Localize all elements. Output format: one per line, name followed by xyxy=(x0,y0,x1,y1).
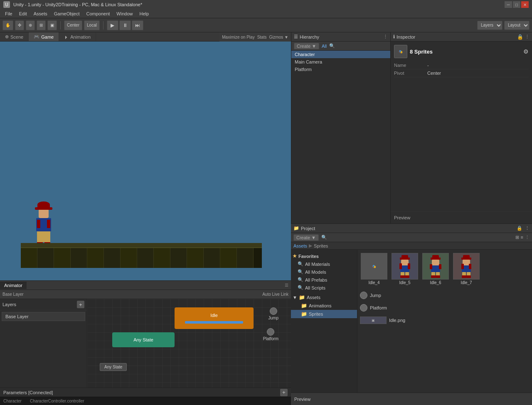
svg-rect-3 xyxy=(400,258,410,260)
hierarchy-title: Hierarchy xyxy=(300,34,319,39)
project-view-icon-2[interactable]: ≡ xyxy=(521,235,523,240)
sidebar-all-prefabs[interactable]: 🔍 All Prefabs xyxy=(291,276,357,284)
breadcrumb-assets[interactable]: Assets xyxy=(293,243,307,248)
hierarchy-panel-menu[interactable]: ⋮ xyxy=(383,34,388,39)
breadcrumb-sprites[interactable]: Sprites xyxy=(314,243,328,248)
main-content: ⊕ Scene 🎮 Game ⏵ Animation Maximize on P… xyxy=(0,32,532,405)
rotate-tool-button[interactable]: ⊕ xyxy=(26,20,35,30)
animator-toolbar: Base Layer Auto Live Link xyxy=(0,290,291,299)
sidebar-sprites[interactable]: 📁 Sprites xyxy=(291,310,357,318)
idle-progress-bar xyxy=(185,321,243,324)
svg-rect-30 xyxy=(462,275,466,278)
animator-auto-live-link[interactable]: Auto Live Link xyxy=(262,292,288,297)
svg-rect-20 xyxy=(431,275,436,278)
project-view-icon-1[interactable]: ⊞ xyxy=(515,235,519,240)
hierarchy-search-icon[interactable]: 🔍 xyxy=(329,43,335,49)
pause-button[interactable]: ⏸ xyxy=(119,20,131,30)
menu-window[interactable]: Window xyxy=(113,10,136,17)
tab-game[interactable]: 🎮 Game xyxy=(29,32,59,41)
pivot-button[interactable]: Center xyxy=(64,20,82,30)
layers-dropdown[interactable]: Layers xyxy=(477,21,502,30)
minimize-button[interactable]: ─ xyxy=(505,1,512,8)
sidebar-all-materials[interactable]: 🔍 All Materials xyxy=(291,260,357,268)
close-button[interactable]: ✕ xyxy=(521,1,529,8)
status-right: CharacterController.controller xyxy=(30,399,84,403)
menu-assets[interactable]: Assets xyxy=(30,10,51,17)
platform-label: Platform xyxy=(263,336,278,341)
project-search-icon[interactable]: 🔍 xyxy=(321,235,327,240)
sidebar-animations[interactable]: 📁 Animations xyxy=(291,302,357,310)
hierarchy-all[interactable]: All xyxy=(322,44,327,49)
sprite-idle-6[interactable]: Idle_6 xyxy=(421,251,451,287)
platform-file-item[interactable]: Platform xyxy=(359,302,530,313)
project-menu-icon[interactable]: ⋮ xyxy=(525,226,530,231)
sprite-idle-4-placeholder: 🎭 xyxy=(372,265,376,268)
sidebar-all-models[interactable]: 🔍 All Models xyxy=(291,268,357,276)
tab-animation[interactable]: ⏵ Animation xyxy=(59,32,96,41)
maximize-on-play[interactable]: Maximize on Play xyxy=(222,35,254,39)
tab-scene[interactable]: ⊕ Scene xyxy=(0,32,29,41)
jump-file-item[interactable]: Jump xyxy=(359,290,530,301)
menu-component[interactable]: Component xyxy=(83,10,113,17)
animator-graph[interactable]: Any State Idle Jump Platfo xyxy=(87,299,291,388)
sprite-idle-5[interactable]: Idle_5 xyxy=(390,251,420,287)
sidebar-all-scripts[interactable]: 🔍 All Scripts xyxy=(291,284,357,292)
title-controls[interactable]: ─ □ ✕ xyxy=(505,1,529,8)
unity-icon: U xyxy=(3,1,10,8)
hierarchy-item-platform[interactable]: Platform xyxy=(291,66,390,73)
params-add-button[interactable]: + xyxy=(280,389,288,396)
scale-tool-button[interactable]: ⊞ xyxy=(37,20,46,30)
hierarchy-create[interactable]: Create ▼ xyxy=(294,43,319,49)
menu-file[interactable]: File xyxy=(2,10,16,17)
inspector-gear-icon[interactable]: ⚙ xyxy=(523,48,529,55)
hierarchy-item-character[interactable]: Character xyxy=(291,51,390,58)
svg-rect-7 xyxy=(408,263,410,269)
inspector-menu[interactable]: ⋮ xyxy=(525,34,530,39)
gizmos-dropdown[interactable]: Gizmos ▼ xyxy=(269,35,288,39)
char-head xyxy=(39,209,49,218)
stats-button[interactable]: Stats xyxy=(257,35,267,39)
play-button[interactable]: ▶ xyxy=(107,20,118,30)
project-sidebar: ★ Favorites 🔍 All Materials 🔍 All Models xyxy=(291,250,357,393)
project-files: 🎭 Idle_4 xyxy=(357,250,532,393)
inspector-title-row: 🎭 8 Sprites ⚙ xyxy=(394,45,529,58)
idle-png-item[interactable]: ▣ Idle.png xyxy=(359,315,530,326)
layers-add-button[interactable]: + xyxy=(77,301,84,308)
menu-gameobject[interactable]: GameObject xyxy=(51,10,83,17)
favorites-section: ★ Favorites 🔍 All Materials 🔍 All Models xyxy=(291,251,357,292)
play-controls: ▶ ⏸ ⏭ xyxy=(107,20,143,30)
space-button[interactable]: Local xyxy=(84,20,100,30)
step-button[interactable]: ⏭ xyxy=(132,20,143,30)
sprite-idle-7[interactable]: Idle_7 xyxy=(451,251,481,287)
project-lock-icon[interactable]: 🔒 xyxy=(517,226,522,231)
any-state-node[interactable]: Any State xyxy=(112,332,175,347)
maximize-button[interactable]: □ xyxy=(513,1,520,8)
animator-panel-menu[interactable]: ☰ xyxy=(282,282,291,289)
menu-help[interactable]: Help xyxy=(136,10,152,17)
name-value: - xyxy=(427,63,429,68)
project-create-btn[interactable]: Create ▼ xyxy=(293,234,319,241)
move-tool-button[interactable]: ✜ xyxy=(15,20,24,30)
project-view-icon-3[interactable]: ⋮ xyxy=(525,235,530,240)
idle-state-node[interactable]: Idle xyxy=(175,307,254,329)
rect-tool-button[interactable]: ▣ xyxy=(47,20,57,30)
base-layer-item[interactable]: Base Layer xyxy=(2,312,85,321)
inspector-pivot-row: Pivot Center xyxy=(394,69,529,77)
status-left: Character xyxy=(3,399,22,403)
animator-tab[interactable]: Animator xyxy=(0,282,27,289)
sprite-thumb-idle-4: 🎭 xyxy=(361,253,387,280)
sprite-thumb-idle-7 xyxy=(453,253,480,280)
hierarchy-icon: ☰ xyxy=(294,34,298,39)
hand-tool-button[interactable]: ✋ xyxy=(2,20,13,30)
hierarchy-item-maincamera[interactable]: Main Camera xyxy=(291,58,390,66)
sprite-idle-4[interactable]: 🎭 Idle_4 xyxy=(359,251,389,287)
favorites-header[interactable]: ★ Favorites xyxy=(291,252,357,260)
idle-png-label: Idle.png xyxy=(389,318,405,323)
char-hat xyxy=(37,201,50,208)
params-label: Parameters [Connected] xyxy=(3,390,53,395)
inspector-lock[interactable]: 🔒 xyxy=(517,34,523,40)
assets-header[interactable]: ▼ 📁 Assets xyxy=(291,293,357,302)
inspector-header-right: 🔒 ⋮ xyxy=(517,34,530,40)
layout-dropdown[interactable]: Layout xyxy=(504,21,530,30)
menu-edit[interactable]: Edit xyxy=(16,10,30,17)
